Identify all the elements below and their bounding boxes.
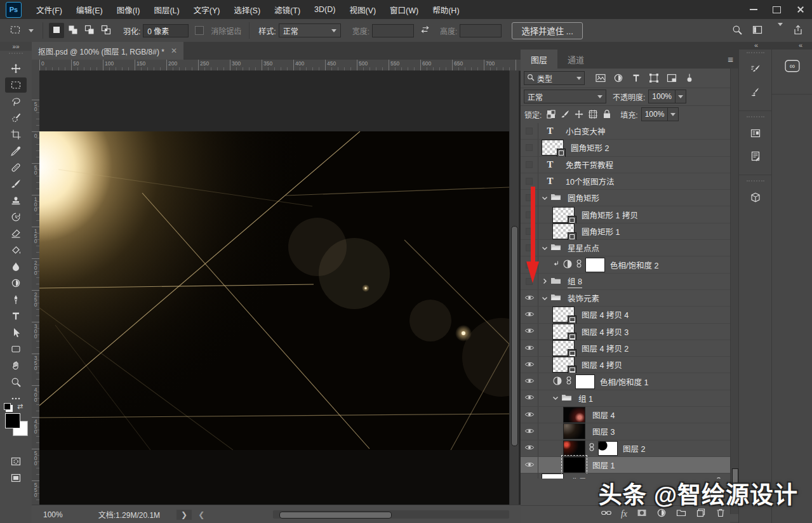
menu-item-1[interactable]: 编辑(E) [69, 0, 110, 19]
visibility-toggle[interactable] [521, 307, 538, 322]
layer-row-18[interactable]: 图层 3 [521, 423, 730, 440]
antialias-checkbox[interactable] [195, 26, 204, 35]
canvas[interactable] [39, 70, 509, 505]
dock-grip[interactable] [747, 52, 764, 57]
filter-smart-icon[interactable] [663, 72, 680, 84]
lock-position-icon[interactable] [572, 108, 586, 121]
path-selection-tool[interactable] [0, 324, 32, 341]
visibility-toggle[interactable] [521, 357, 538, 373]
lock-all-icon[interactable] [600, 108, 614, 121]
tab-layers[interactable]: 图层 [521, 50, 557, 69]
menu-item-2[interactable]: 图像(I) [110, 0, 147, 19]
tool-preset-picker[interactable] [6, 23, 37, 39]
layer-row-9[interactable]: 组 8 [521, 274, 730, 290]
opacity-input[interactable]: 100% [648, 89, 676, 103]
layer-mask-thumbnail[interactable] [575, 374, 595, 389]
visibility-toggle[interactable] [521, 324, 538, 340]
tab-channels[interactable]: 通道 [557, 50, 594, 69]
rectangular-marquee-tool[interactable] [0, 77, 32, 93]
quick-selection-tool[interactable] [0, 110, 32, 126]
search-icon[interactable] [732, 25, 742, 37]
menu-item-9[interactable]: 窗口(W) [383, 0, 425, 19]
pen-tool[interactable] [0, 291, 32, 308]
feather-input[interactable]: 0 像素 [143, 24, 189, 37]
layer-row-3[interactable]: T10个抠图方法 [521, 173, 730, 190]
layer-row-13[interactable]: 图层 4 拷贝 2 [521, 340, 730, 357]
width-input[interactable] [372, 24, 414, 37]
close-tab-icon[interactable]: ✕ [171, 46, 177, 55]
zoom-tool[interactable] [0, 374, 32, 390]
chevron-down-icon[interactable] [540, 246, 549, 251]
menu-item-6[interactable]: 滤镜(T) [267, 0, 307, 19]
type-tool[interactable] [0, 308, 32, 324]
opacity-dropdown-icon[interactable] [676, 89, 686, 103]
layer-thumbnail[interactable] [563, 407, 585, 423]
lock-artboard-icon[interactable] [586, 108, 600, 121]
new-selection-button[interactable] [49, 23, 64, 38]
eyedropper-tool[interactable] [0, 143, 32, 159]
layer-thumbnail[interactable] [542, 473, 564, 479]
dodge-tool[interactable] [0, 275, 32, 291]
panel-3d-button[interactable] [739, 187, 772, 209]
canvas-horizontal-scrollbar[interactable] [273, 510, 509, 519]
lock-transparency-icon[interactable] [544, 108, 558, 121]
panel-brush-settings-button[interactable] [739, 58, 772, 81]
menu-item-4[interactable]: 文字(Y) [187, 0, 227, 19]
creative-cloud-icon[interactable]: ∞ [772, 50, 812, 95]
hand-tool[interactable] [0, 357, 32, 374]
layer-thumbnail[interactable] [542, 140, 564, 156]
intersect-with-selection-button[interactable] [98, 23, 114, 38]
add-to-selection-button[interactable] [65, 23, 81, 38]
visibility-toggle[interactable] [521, 373, 538, 389]
filter-adjustment-icon[interactable] [610, 72, 627, 84]
horizontal-ruler[interactable]: 0501001502002503003504004505005506006507… [39, 60, 521, 71]
default-colors-icon[interactable] [4, 403, 11, 410]
panel-character-button[interactable] [739, 122, 772, 145]
layer-row-14[interactable]: 图层 4 拷贝 [521, 357, 730, 373]
chevron-down-icon[interactable] [550, 395, 560, 401]
visibility-toggle[interactable] [521, 473, 538, 479]
filter-toggle-icon[interactable] [681, 72, 698, 84]
layer-thumbnail[interactable] [563, 440, 585, 456]
layer-thumbnail[interactable] [552, 223, 575, 239]
maximize-button[interactable] [765, 0, 789, 19]
foreground-color-swatch[interactable] [5, 413, 20, 428]
layer-row-16[interactable]: 组 1 [521, 390, 730, 407]
layer-row-8[interactable]: 色相/饱和度 2 [521, 256, 730, 273]
visibility-toggle[interactable] [521, 157, 538, 173]
screen-mode-button[interactable] [0, 470, 32, 487]
layer-row-5[interactable]: 圆角矩形 1 拷贝 [521, 206, 730, 223]
layer-row-15[interactable]: 色相/饱和度 1 [521, 373, 730, 390]
panel-paragraph-button[interactable] [739, 145, 772, 168]
layer-row-20[interactable]: 图层 1 [521, 457, 730, 473]
visibility-toggle[interactable] [521, 340, 538, 356]
filter-type-icon[interactable] [628, 72, 644, 84]
layer-thumbnail[interactable] [552, 340, 575, 356]
layer-thumbnail[interactable] [552, 324, 575, 340]
layers-panel-scrollbar[interactable] [730, 69, 739, 514]
lock-paint-icon[interactable] [558, 108, 572, 121]
chevron-down-icon[interactable] [773, 26, 783, 35]
visibility-toggle[interactable] [521, 140, 538, 156]
scroll-left-icon[interactable]: ❮ [198, 510, 204, 519]
menu-item-0[interactable]: 文件(F) [29, 0, 69, 19]
visibility-toggle[interactable] [521, 440, 538, 456]
menu-item-5[interactable]: 选择(S) [227, 0, 267, 19]
visibility-toggle[interactable] [521, 390, 538, 406]
share-icon[interactable] [793, 25, 803, 37]
layer-row-0[interactable]: T小白变大神 [521, 123, 730, 140]
style-select[interactable]: 正常 [279, 23, 341, 37]
canvas-vertical-scrollbar[interactable] [509, 70, 519, 505]
crop-tool[interactable] [0, 126, 32, 143]
layer-row-1[interactable]: 圆角矩形 2 [521, 140, 730, 156]
layer-row-4[interactable]: 圆角矩形 [521, 190, 730, 206]
menu-item-10[interactable]: 帮助(H) [425, 0, 466, 19]
layer-row-7[interactable]: 星星点点 [521, 240, 730, 256]
minimize-button[interactable] [742, 0, 765, 19]
layer-row-19[interactable]: 图层 2 [521, 440, 730, 457]
visibility-toggle[interactable] [521, 457, 538, 473]
close-button[interactable] [789, 0, 812, 19]
chevron-down-icon[interactable] [540, 195, 549, 201]
brush-tool[interactable] [0, 176, 32, 192]
filter-type-select[interactable]: 类型 [524, 71, 585, 85]
